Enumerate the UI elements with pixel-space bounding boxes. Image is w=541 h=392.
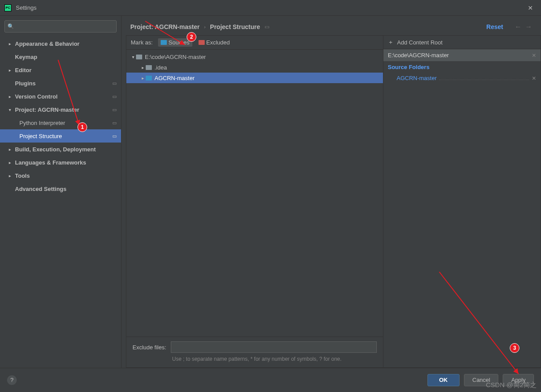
nav-tools[interactable]: ▸Tools	[0, 169, 121, 182]
folder-sources-icon	[161, 40, 167, 45]
exclude-files-input[interactable]	[171, 341, 377, 353]
nav-project[interactable]: ▾Project: AGCRN-master▭	[0, 103, 121, 116]
modified-icon: ▭	[112, 107, 117, 113]
search-icon: 🔍	[7, 23, 14, 29]
mark-excluded-button[interactable]: Excluded	[196, 38, 232, 47]
folder-tree: ▾ E:\code\AGCRN-master ▸ .idea ▸ AGCRN-m…	[126, 50, 383, 337]
annotation-1: 1	[77, 122, 87, 132]
content: Project: AGCRN-master › Project Structur…	[121, 16, 541, 368]
remove-folder-icon[interactable]: ✕	[532, 75, 536, 81]
nav-advanced[interactable]: ▸Advanced Settings	[0, 182, 121, 195]
add-content-root-button[interactable]: ＋ Add Content Root	[383, 36, 541, 49]
nav-python-interpreter[interactable]: Python Interpreter▭	[0, 116, 121, 129]
search-input[interactable]	[16, 23, 114, 30]
body-row: Mark as: Sources Excluded ▾ E:\code\AGCR	[121, 35, 541, 368]
exclude-files-row: Exclude files: Use ; to separate name pa…	[126, 337, 383, 367]
nav-project-structure[interactable]: Project Structure▭	[0, 129, 121, 143]
close-icon[interactable]: ✕	[524, 3, 537, 13]
modified-icon: ▭	[112, 81, 117, 86]
remove-root-icon[interactable]: ✕	[532, 52, 536, 59]
annotation-2: 2	[187, 32, 196, 42]
tree-item-idea[interactable]: ▸ .idea	[126, 62, 383, 73]
search-input-wrapper[interactable]: 🔍	[4, 20, 117, 33]
mark-as-label: Mark as:	[131, 39, 153, 46]
watermark: CSDN @简2简之	[486, 381, 537, 389]
tree-root[interactable]: ▾ E:\code\AGCRN-master	[126, 51, 383, 62]
chevron-right-icon[interactable]: ▸	[140, 76, 146, 81]
footer: ? OK Cancel Apply	[0, 368, 541, 392]
forward-icon[interactable]: →	[525, 23, 532, 31]
titlebar: PC Settings ✕	[0, 0, 541, 16]
help-button[interactable]: ?	[7, 375, 17, 385]
nav-build[interactable]: ▸Build, Execution, Deployment	[0, 143, 121, 156]
nav-editor[interactable]: ▸Editor	[0, 63, 121, 77]
breadcrumb: Project: AGCRN-master › Project Structur…	[121, 16, 541, 35]
source-folder-item[interactable]: AGCRN-master ✕	[383, 73, 541, 83]
reset-link[interactable]: Reset	[486, 23, 503, 30]
sidebar: 🔍 ▸Appearance & Behavior ▸Keymap ▸Editor…	[0, 16, 121, 368]
settings-nav: ▸Appearance & Behavior ▸Keymap ▸Editor ▸…	[0, 37, 121, 368]
source-folders-heading: Source Folders	[383, 61, 541, 73]
folder-icon	[136, 55, 142, 59]
nav-appearance[interactable]: ▸Appearance & Behavior	[0, 37, 121, 50]
ok-button[interactable]: OK	[427, 374, 460, 386]
folder-icon	[146, 65, 152, 70]
main: 🔍 ▸Appearance & Behavior ▸Keymap ▸Editor…	[0, 16, 541, 368]
breadcrumb-project[interactable]: Project: AGCRN-master	[130, 23, 199, 30]
content-root-row[interactable]: E:\code\AGCRN-master ✕	[383, 49, 541, 61]
folder-excluded-icon	[199, 40, 205, 45]
window-title: Settings	[16, 4, 524, 11]
nav-version-control[interactable]: ▸Version Control▭	[0, 90, 121, 103]
structure-panel: Mark as: Sources Excluded ▾ E:\code\AGCR	[126, 35, 383, 368]
nav-languages[interactable]: ▸Languages & Frameworks	[0, 156, 121, 169]
modified-icon: ▭	[112, 133, 117, 139]
app-icon: PC	[4, 4, 11, 11]
breadcrumb-page: Project Structure	[210, 23, 260, 30]
modified-icon: ▭	[112, 94, 117, 99]
tree-item-agcrn[interactable]: ▸ AGCRN-master	[126, 73, 383, 83]
chevron-right-icon[interactable]: ▸	[140, 65, 146, 70]
content-root-panel: ＋ Add Content Root E:\code\AGCRN-master …	[383, 35, 541, 368]
folder-sources-icon	[146, 76, 152, 81]
plus-icon: ＋	[388, 38, 394, 46]
nav-keymap[interactable]: ▸Keymap	[0, 50, 121, 63]
annotation-3: 3	[510, 343, 519, 353]
exclude-files-hint: Use ; to separate name patterns, * for a…	[172, 355, 377, 363]
modified-icon: ▭	[112, 120, 117, 126]
chevron-down-icon[interactable]: ▾	[130, 55, 136, 59]
chevron-right-icon: ›	[204, 24, 206, 29]
mark-as-bar: Mark as: Sources Excluded	[126, 36, 383, 50]
nav-plugins[interactable]: ▸Plugins▭	[0, 77, 121, 90]
back-icon[interactable]: ←	[515, 23, 522, 31]
modified-icon: ▭	[265, 24, 269, 30]
exclude-files-label: Exclude files:	[132, 344, 166, 351]
